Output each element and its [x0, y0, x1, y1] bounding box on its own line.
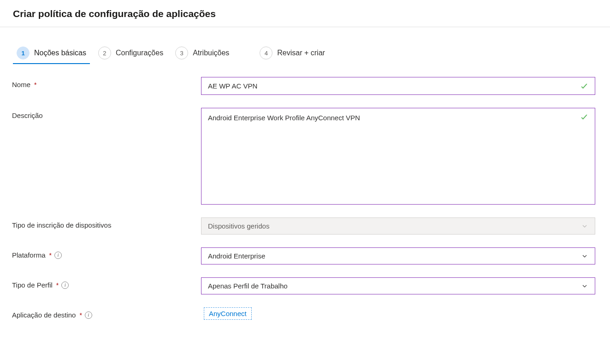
- step-badge: 1: [17, 47, 30, 59]
- required-asterisk: *: [34, 81, 36, 88]
- description-label: Descrição: [12, 112, 43, 119]
- input-wrap: [201, 108, 595, 205]
- chevron-down-icon: [581, 252, 588, 260]
- tab-attributions[interactable]: 3 Atribuições: [173, 44, 231, 63]
- step-badge: 3: [175, 47, 188, 59]
- target-app-label: Aplicação de destino: [12, 311, 76, 319]
- label-col: Tipo de inscrição de dispositivos: [12, 217, 201, 229]
- step-badge: 2: [98, 47, 111, 59]
- required-asterisk: *: [79, 311, 82, 319]
- row-profile-type: Tipo de Perfil * i Apenas Perfil de Trab…: [12, 277, 595, 294]
- row-target-app: Aplicação de destino * i AnyConnect: [12, 307, 595, 320]
- field-col: [201, 108, 595, 205]
- enrollment-type-label: Tipo de inscrição de dispositivos: [12, 221, 111, 229]
- enrollment-type-select: Dispositivos geridos: [201, 217, 595, 235]
- description-input[interactable]: [201, 108, 595, 205]
- label-col: Plataforma * i: [12, 247, 201, 259]
- target-app-link[interactable]: AnyConnect: [204, 307, 252, 320]
- page-title: Criar política de configuração de aplica…: [13, 8, 597, 19]
- tab-label: Atribuições: [193, 49, 229, 57]
- platform-select[interactable]: Android Enterprise: [201, 247, 595, 264]
- field-col: [201, 77, 595, 95]
- field-col: Apenas Perfil de Trabalho: [201, 277, 595, 294]
- wizard-tabs: 1 Noções básicas 2 Configurações 3 Atrib…: [15, 44, 595, 63]
- field-col: Dispositivos geridos: [201, 217, 595, 235]
- tab-label: Noções básicas: [34, 49, 86, 57]
- row-description: Descrição: [12, 108, 595, 205]
- field-col: Android Enterprise: [201, 247, 595, 264]
- required-asterisk: *: [49, 252, 52, 259]
- profile-type-label: Tipo de Perfil: [12, 281, 53, 289]
- name-input[interactable]: [201, 77, 595, 95]
- chevron-down-icon: [581, 282, 588, 290]
- row-enrollment-type: Tipo de inscrição de dispositivos Dispos…: [12, 217, 595, 235]
- profile-type-select[interactable]: Apenas Perfil de Trabalho: [201, 277, 595, 294]
- required-asterisk: *: [56, 282, 59, 289]
- label-col: Tipo de Perfil * i: [12, 277, 201, 289]
- tab-review-create[interactable]: 4 Revisar + criar: [258, 44, 327, 63]
- content-area: 1 Noções básicas 2 Configurações 3 Atrib…: [0, 44, 610, 335]
- input-wrap: [201, 77, 595, 95]
- name-label: Nome: [12, 81, 30, 88]
- select-value: Apenas Perfil de Trabalho: [208, 282, 288, 290]
- step-badge: 4: [260, 47, 272, 59]
- label-col: Nome *: [12, 77, 201, 88]
- field-col: AnyConnect: [201, 307, 595, 320]
- tab-label: Configurações: [116, 49, 163, 57]
- info-icon[interactable]: i: [85, 311, 92, 319]
- select-value: Dispositivos geridos: [208, 222, 269, 230]
- tab-basics[interactable]: 1 Noções básicas: [15, 44, 88, 63]
- chevron-down-icon: [581, 223, 588, 230]
- label-col: Aplicação de destino * i: [12, 307, 201, 319]
- label-col: Descrição: [12, 108, 201, 119]
- row-name: Nome *: [12, 77, 595, 95]
- info-icon[interactable]: i: [54, 252, 62, 259]
- tab-label: Revisar + criar: [277, 49, 325, 57]
- select-value: Android Enterprise: [208, 252, 265, 260]
- row-platform: Plataforma * i Android Enterprise: [12, 247, 595, 264]
- page-header: Criar política de configuração de aplica…: [0, 0, 610, 27]
- platform-label: Plataforma: [12, 251, 46, 259]
- tab-configurations[interactable]: 2 Configurações: [96, 44, 165, 63]
- info-icon[interactable]: i: [61, 282, 69, 289]
